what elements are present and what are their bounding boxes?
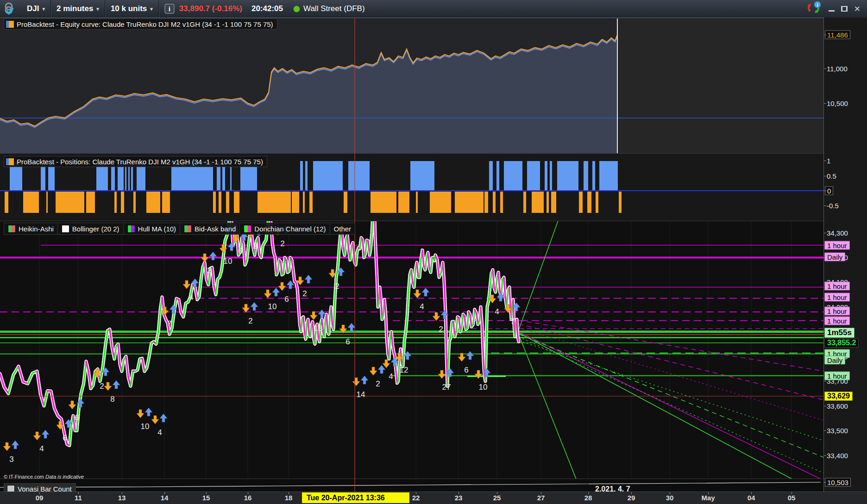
equity-panel-title[interactable]: ProBacktest - Equity curve: Claude TruRe… [4, 19, 277, 30]
level-badge: 1 hour [824, 317, 850, 325]
vonasi-plot[interactable] [0, 479, 823, 492]
axis-tick [824, 176, 826, 176]
date-axis-tick [541, 492, 541, 494]
chevron-down-icon: ▾ [96, 6, 99, 12]
price-axis-value: 33,400 [827, 452, 848, 460]
units-dropdown[interactable]: 10 k units▾ [105, 0, 158, 18]
axis-tick [824, 233, 826, 233]
legend-item-2[interactable]: Hull MA (10) [124, 223, 181, 234]
equity-axis-value: 11,000 [827, 65, 848, 73]
level-badge: 1 hour [824, 307, 850, 316]
level-badge: 1m55s [824, 328, 854, 338]
date-axis-tick [670, 492, 670, 494]
axis-tick [824, 68, 826, 69]
svg-text:i: i [169, 6, 170, 12]
svg-text:7: 7 [167, 319, 171, 328]
legend-label: Other [334, 225, 352, 233]
svg-text:4: 4 [157, 428, 162, 437]
indicator-legend: Heikin-AshiBollinger (20 2)Hull MA (10)B… [4, 223, 355, 235]
svg-text:2: 2 [100, 382, 104, 391]
svg-text:2: 2 [248, 317, 252, 325]
legend-item-0[interactable]: Heikin-Ashi [4, 223, 58, 234]
level-badge: 1 hour [824, 372, 850, 380]
link-chart-icon[interactable] [0, 0, 21, 18]
legend-item-4[interactable]: Donchian Channel (12) [240, 223, 330, 234]
svg-text:3: 3 [9, 455, 13, 464]
indicator-chip-icon [244, 225, 251, 233]
svg-text:4: 4 [420, 302, 424, 311]
svg-text:2: 2 [207, 266, 211, 275]
equity-axis-value: 11,486 [825, 31, 850, 39]
close-button[interactable]: ✕ [854, 5, 861, 13]
price-axis[interactable]: 11,48611,00010,50010.50-0.534,30034,2003… [823, 18, 867, 504]
equity-curve-plot[interactable] [0, 18, 823, 154]
restore-button[interactable] [841, 5, 848, 13]
titlebar: DJI▾ 2 minutes▾ 10 k units▾ i 33,890.7 (… [0, 0, 867, 18]
copyright-note: © IT-Finance.com Data is indicative [4, 474, 84, 479]
svg-text:4: 4 [189, 293, 193, 302]
price-axis-value: 33,500 [827, 427, 848, 435]
axis-tick [824, 430, 826, 431]
indicator-chip-icon [8, 225, 16, 233]
level-badge: 1 hour [824, 282, 850, 291]
instrument-dropdown[interactable]: DJI▾ [21, 0, 50, 18]
trading-app-window: DJI▾ 2 minutes▾ 10 k units▾ i 33,890.7 (… [0, 0, 867, 504]
date-axis-label: 23 [455, 494, 463, 502]
svg-text:2: 2 [280, 239, 284, 248]
date-axis-tick [206, 492, 207, 494]
svg-text:2: 2 [439, 325, 443, 334]
positions-panel-title[interactable]: ProBacktest - Positions: Claude TruRenko… [4, 156, 267, 167]
legend-label: Donchian Channel (12) [254, 225, 326, 233]
level-badge: 1 hour [824, 241, 850, 250]
date-axis-label: 16 [244, 494, 252, 502]
date-axis-tick [459, 492, 459, 494]
legend-item-1[interactable]: Bollinger (20 2) [58, 223, 124, 234]
svg-text:10: 10 [479, 383, 488, 392]
market-name: Wall Street (DFB) [303, 0, 371, 18]
vonasi-axis-value: 10,503 [825, 478, 851, 487]
legend-label: Bollinger (20 2) [72, 225, 119, 233]
positions-axis-value: 1 [827, 157, 830, 165]
date-axis[interactable]: 0911131415161822232527282930May0405Tue 2… [0, 492, 867, 504]
svg-text:6: 6 [238, 247, 242, 255]
svg-text:10: 10 [224, 257, 232, 266]
legend-item-3[interactable]: Bid-Ask band [180, 223, 240, 234]
date-axis-tick [588, 492, 589, 494]
indicator-chip-icon [184, 225, 192, 233]
axis-tick [824, 103, 826, 104]
svg-text:10: 10 [268, 302, 277, 311]
axis-tick [824, 455, 826, 456]
date-axis-label: 18 [285, 494, 293, 502]
date-axis-tick [122, 492, 122, 494]
window-controls: i ✕ [806, 1, 867, 17]
equity-axis-value: 10,500 [827, 100, 848, 107]
axis-tick [824, 161, 826, 161]
positions-axis-value: -0.5 [827, 202, 839, 210]
date-axis-label: 25 [493, 494, 501, 502]
legend-item-5[interactable]: Other [330, 223, 355, 234]
svg-text:4: 4 [389, 372, 393, 381]
date-axis-tick [708, 492, 709, 494]
info-icon[interactable]: i [159, 0, 177, 18]
date-axis-tick [751, 492, 752, 494]
level-badge: Daily [824, 253, 845, 261]
minimize-button[interactable] [829, 5, 835, 13]
date-axis-label: 28 [584, 494, 592, 502]
positions-axis-value: 0.5 [827, 172, 836, 180]
date-axis-label: 15 [202, 494, 210, 502]
axis-tick [824, 482, 826, 483]
timeframe-dropdown[interactable]: 2 minutes▾ [51, 0, 105, 18]
refresh-info-icon[interactable]: i [806, 1, 822, 17]
price-chart-plot[interactable]: 3466281047421062221062182614241242276104… [0, 221, 823, 479]
svg-text:14: 14 [357, 390, 365, 399]
date-axis-label: 09 [36, 494, 44, 502]
svg-text:10: 10 [141, 422, 150, 431]
chevron-down-icon: ▾ [150, 6, 153, 12]
axis-tick [824, 381, 826, 381]
svg-text:7: 7 [510, 317, 515, 326]
svg-text:6: 6 [63, 434, 67, 442]
axis-tick [824, 35, 826, 35]
date-axis-tick [792, 492, 792, 494]
indicator-chip-icon [127, 225, 135, 233]
date-axis-tick [289, 492, 289, 494]
